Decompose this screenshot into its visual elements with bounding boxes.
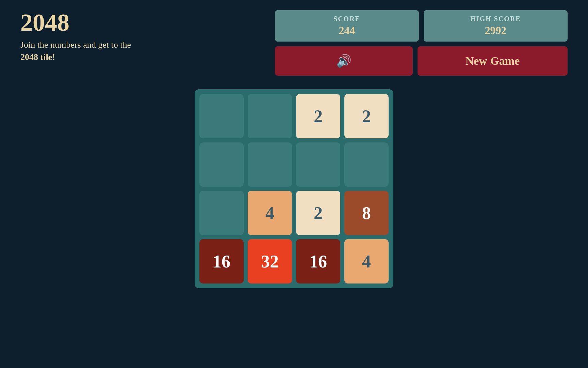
sound-button[interactable]: 🔊	[275, 46, 413, 76]
high-score-box: HIGH SCORE 2992	[424, 10, 568, 42]
tile-r3-c3: 4	[344, 239, 389, 283]
score-box: SCORE 244	[275, 10, 419, 42]
scores-row: SCORE 244 HIGH SCORE 2992	[275, 10, 568, 42]
tile-r1-c1	[248, 142, 292, 187]
subtitle-text-start: Join the numbers and get to the	[20, 40, 131, 50]
tile-r0-c0	[199, 94, 244, 138]
controls-area: SCORE 244 HIGH SCORE 2992 🔊 New Game	[275, 10, 568, 76]
tile-r0-c1	[248, 94, 292, 138]
tile-r3-c1: 32	[248, 239, 292, 283]
tile-r3-c2: 16	[296, 239, 340, 283]
buttons-row: 🔊 New Game	[275, 46, 568, 76]
tile-r0-c2: 2	[296, 94, 340, 138]
score-label: SCORE	[282, 15, 412, 23]
tile-r1-c3	[344, 142, 389, 187]
tile-r3-c0: 16	[199, 239, 244, 283]
tile-r0-c3: 2	[344, 94, 389, 138]
tile-r2-c0	[199, 191, 244, 235]
game-board: 224281632164	[195, 89, 393, 288]
tile-r1-c2	[296, 142, 340, 187]
top-section: 2048 Join the numbers and get to the 204…	[20, 10, 568, 76]
score-value: 244	[282, 24, 412, 37]
tile-r2-c1: 4	[248, 191, 292, 235]
tile-r1-c0	[199, 142, 244, 187]
tile-r2-c3: 8	[344, 191, 389, 235]
sound-icon: 🔊	[336, 54, 352, 68]
subtitle-bold: 2048 tile!	[20, 52, 55, 62]
board-container: 224281632164	[20, 89, 568, 288]
subtitle: Join the numbers and get to the 2048 til…	[20, 39, 150, 64]
high-score-label: HIGH SCORE	[430, 15, 561, 23]
title-area: 2048 Join the numbers and get to the 204…	[20, 10, 150, 64]
tile-r2-c2: 2	[296, 191, 340, 235]
game-title: 2048	[20, 10, 150, 35]
new-game-button[interactable]: New Game	[418, 46, 568, 76]
high-score-value: 2992	[430, 24, 561, 37]
